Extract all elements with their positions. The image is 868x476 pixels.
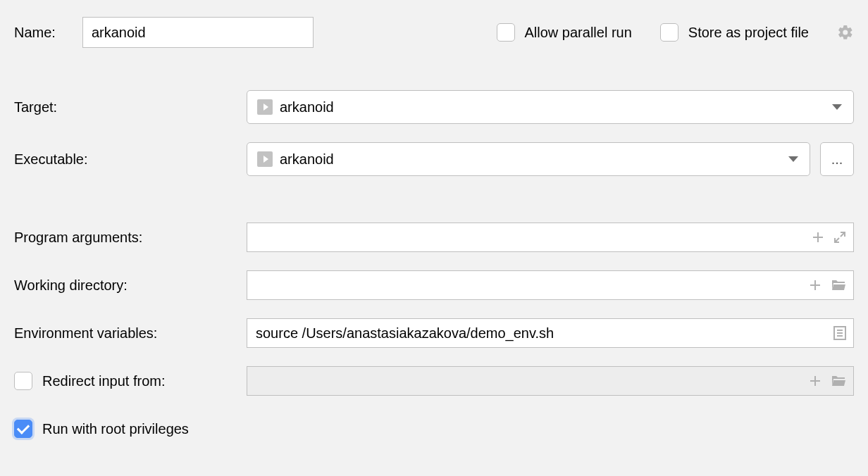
name-group: Name: <box>14 17 314 48</box>
allow-parallel-run-label: Allow parallel run <box>525 25 632 41</box>
working-directory-input[interactable] <box>256 277 845 294</box>
target-dropdown[interactable]: arkanoid <box>247 90 854 124</box>
plus-icon[interactable] <box>812 232 824 243</box>
run-with-root-checkbox[interactable] <box>14 420 32 438</box>
environment-variables-input[interactable] <box>256 325 845 342</box>
redirect-input-field <box>247 366 854 396</box>
target-value: arkanoid <box>280 99 334 115</box>
executable-value: arkanoid <box>280 151 334 168</box>
executable-browse-button[interactable]: ... <box>820 142 854 176</box>
redirect-input-group: Redirect input from: <box>14 372 247 390</box>
executable-label: Executable: <box>14 151 247 168</box>
program-arguments-label: Program arguments: <box>14 230 247 246</box>
config-form: Target: arkanoid Executable: arkanoid ..… <box>14 90 854 438</box>
target-label: Target: <box>14 99 247 115</box>
list-icon[interactable] <box>833 326 846 340</box>
working-directory-field[interactable] <box>247 270 854 300</box>
header-row: Name: Allow parallel run Store as projec… <box>14 17 854 48</box>
executable-icon <box>257 99 273 115</box>
redirect-input-input <box>256 373 845 389</box>
redirect-input-label: Redirect input from: <box>42 373 166 389</box>
chevron-down-icon <box>788 156 798 162</box>
name-input[interactable] <box>82 17 314 48</box>
run-with-root-group[interactable]: Run with root privileges <box>14 420 854 438</box>
allow-parallel-run-checkbox[interactable] <box>497 23 515 42</box>
name-label: Name: <box>14 25 56 41</box>
store-project-file-label: Store as project file <box>688 25 809 41</box>
folder-icon[interactable] <box>831 279 846 292</box>
executable-dropdown[interactable]: arkanoid <box>247 142 810 176</box>
executable-icon <box>257 151 273 167</box>
plus-icon <box>810 375 821 387</box>
redirect-input-checkbox[interactable] <box>14 372 32 390</box>
run-with-root-label: Run with root privileges <box>42 421 189 437</box>
chevron-down-icon <box>832 104 842 110</box>
program-arguments-input[interactable] <box>256 230 845 246</box>
plus-icon[interactable] <box>810 280 821 291</box>
expand-icon[interactable] <box>833 231 846 244</box>
gear-icon[interactable] <box>837 24 854 41</box>
store-project-file-checkbox[interactable] <box>660 23 678 42</box>
working-directory-label: Working directory: <box>14 277 247 294</box>
store-project-file-group[interactable]: Store as project file <box>660 23 809 42</box>
program-arguments-field[interactable] <box>247 223 854 252</box>
environment-variables-field[interactable] <box>247 318 854 348</box>
allow-parallel-run-group[interactable]: Allow parallel run <box>497 23 632 42</box>
environment-variables-label: Environment variables: <box>14 325 247 342</box>
folder-icon <box>831 375 846 387</box>
